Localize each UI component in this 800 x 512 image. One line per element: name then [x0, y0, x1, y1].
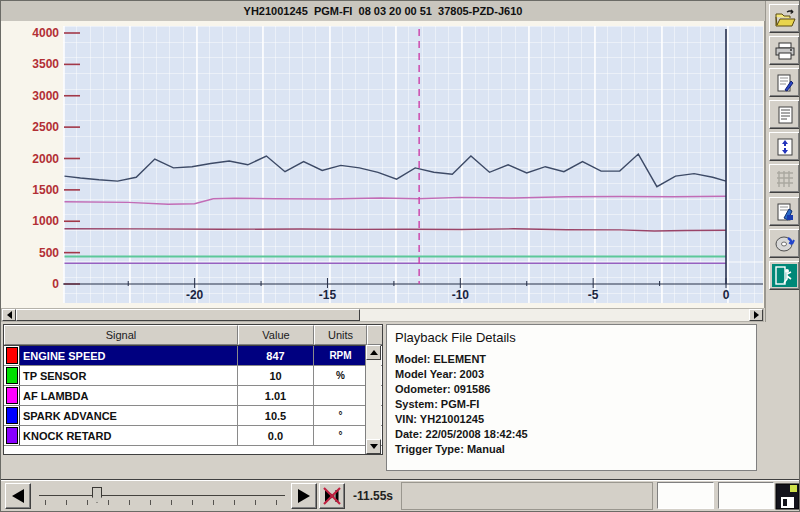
details-vin: VIN: YH21001245 — [395, 412, 748, 427]
signal-value: 10.5 — [238, 406, 314, 425]
window-title: YH21001245 PGM-FI 08 03 20 00 51 37805-P… — [244, 5, 523, 17]
table-scroll-down-button[interactable] — [366, 439, 381, 454]
scale-adjust-button[interactable] — [769, 132, 800, 161]
step-forward-button[interactable] — [291, 483, 317, 509]
details-model: Model: ELEMENT — [395, 352, 748, 367]
save-to-disk-button[interactable] — [769, 229, 800, 258]
signal-name: AF LAMBDA — [20, 386, 238, 405]
signal-name: KNOCK RETARD — [20, 426, 238, 445]
print-report-button[interactable] — [769, 68, 800, 97]
signal-table-header: Signal Value Units — [4, 325, 382, 346]
signal-name: ENGINE SPEED — [20, 346, 238, 365]
status-cell-1 — [657, 482, 714, 509]
down-arrow-icon — [370, 444, 378, 449]
signal-name: SPARK ADVANCE — [20, 406, 238, 425]
x-axis-label: -5 — [577, 288, 609, 302]
hscroll-thumb[interactable] — [16, 309, 360, 321]
y-axis-label: 1500 — [23, 182, 59, 198]
signal-color-swatch — [6, 347, 18, 364]
hds-playback-window: YH21001245 PGM-FI 08 03 20 00 51 37805-P… — [0, 0, 800, 512]
skip-to-end-icon — [322, 486, 342, 506]
step-forward-icon — [298, 489, 310, 503]
table-scroll-up-button[interactable] — [366, 345, 381, 360]
signal-color-swatch — [6, 367, 18, 384]
playback-time-label: -11.55s — [353, 483, 393, 509]
floppy-disk-icon — [775, 483, 800, 510]
details-odometer: Odometer: 091586 — [395, 382, 748, 397]
table-scrollbar[interactable] — [365, 345, 381, 454]
chart-region: 40003500300025002000150010005000-20-15-1… — [1, 21, 765, 308]
details-system: System: PGM-FI — [395, 397, 748, 412]
trace-maroon — [65, 229, 727, 231]
lower-section: Signal Value Units ENGINE SPEED 847 RPM … — [1, 322, 800, 479]
print-button[interactable] — [769, 36, 800, 65]
signal-units — [314, 386, 367, 405]
left-arrow-icon — [7, 311, 12, 319]
exit-button[interactable] — [769, 261, 800, 290]
grid-icon — [774, 169, 796, 189]
step-back-button[interactable] — [5, 483, 31, 509]
table-row[interactable]: AF LAMBDA 1.01 — [4, 386, 382, 406]
printer-icon — [774, 41, 796, 61]
snapshot-button[interactable] — [769, 197, 800, 226]
signal-value: 847 — [238, 346, 314, 365]
y-axis-label: 1000 — [23, 213, 59, 229]
table-row[interactable]: KNOCK RETARD 0.0 ° — [4, 426, 382, 446]
details-date: Date: 22/05/2008 18:42:45 — [395, 427, 748, 442]
table-row[interactable]: ENGINE SPEED 847 RPM — [4, 346, 382, 366]
skip-to-end-button[interactable] — [319, 483, 345, 509]
signal-value: 10 — [238, 366, 314, 385]
playback-file-details: Playback File Details Model: ELEMENT Mod… — [386, 324, 757, 471]
y-axis-label: 0 — [23, 276, 59, 292]
right-arrow-icon — [754, 311, 759, 319]
snapshot-page-icon — [774, 202, 796, 222]
slider-ticks — [45, 500, 285, 505]
y-axis-label: 4000 — [23, 25, 59, 41]
playback-slider[interactable] — [37, 483, 287, 509]
x-axis-label: -10 — [444, 288, 476, 302]
y-axis-label: 2000 — [23, 151, 59, 167]
trace-navy — [65, 154, 727, 187]
disk-icon — [774, 234, 796, 254]
signal-units: % — [314, 366, 367, 385]
signal-units: RPM — [314, 346, 367, 365]
horizontal-scrollbar[interactable] — [1, 308, 764, 322]
y-axis-label: 500 — [23, 245, 59, 261]
signal-value: 1.01 — [238, 386, 314, 405]
step-back-icon — [12, 489, 24, 503]
header-stub — [367, 325, 382, 345]
signal-color-swatch — [6, 427, 18, 444]
open-folder-icon — [774, 9, 796, 29]
x-axis-label: -20 — [179, 288, 211, 302]
header-units: Units — [314, 325, 367, 345]
signal-name: TP SENSOR — [20, 366, 238, 385]
signal-table: Signal Value Units ENGINE SPEED 847 RPM … — [3, 324, 383, 455]
playback-control-bar: -11.55s — [1, 479, 800, 512]
signal-value: 0.0 — [238, 426, 314, 445]
report-page-icon — [774, 73, 796, 93]
hscroll-left-button[interactable] — [2, 309, 16, 321]
details-model-year: Model Year: 2003 — [395, 367, 748, 382]
y-axis-label: 3000 — [23, 88, 59, 104]
details-trigger-type: Trigger Type: Manual — [395, 442, 748, 457]
signal-units: ° — [314, 426, 367, 445]
table-row[interactable]: SPARK ADVANCE 10.5 ° — [4, 406, 382, 426]
list-page-icon — [774, 105, 796, 125]
save-button[interactable] — [774, 481, 800, 511]
data-list-button[interactable] — [769, 100, 800, 129]
table-row[interactable]: TP SENSOR 10 % — [4, 366, 382, 386]
y-axis-label: 3500 — [23, 56, 59, 72]
signal-units: ° — [314, 406, 367, 425]
status-cell-2 — [718, 482, 774, 509]
open-file-button[interactable] — [769, 4, 800, 33]
x-axis-label: -15 — [311, 288, 343, 302]
title-bar: YH21001245 PGM-FI 08 03 20 00 51 37805-P… — [1, 1, 765, 22]
trace-magenta — [65, 196, 727, 204]
signal-color-swatch — [6, 407, 18, 424]
slider-track[interactable] — [39, 495, 285, 496]
grid-button[interactable] — [769, 164, 800, 193]
exit-door-icon — [772, 264, 797, 287]
header-value: Value — [238, 325, 314, 345]
scale-arrows-icon — [774, 137, 796, 157]
hscroll-right-button[interactable] — [749, 309, 763, 321]
